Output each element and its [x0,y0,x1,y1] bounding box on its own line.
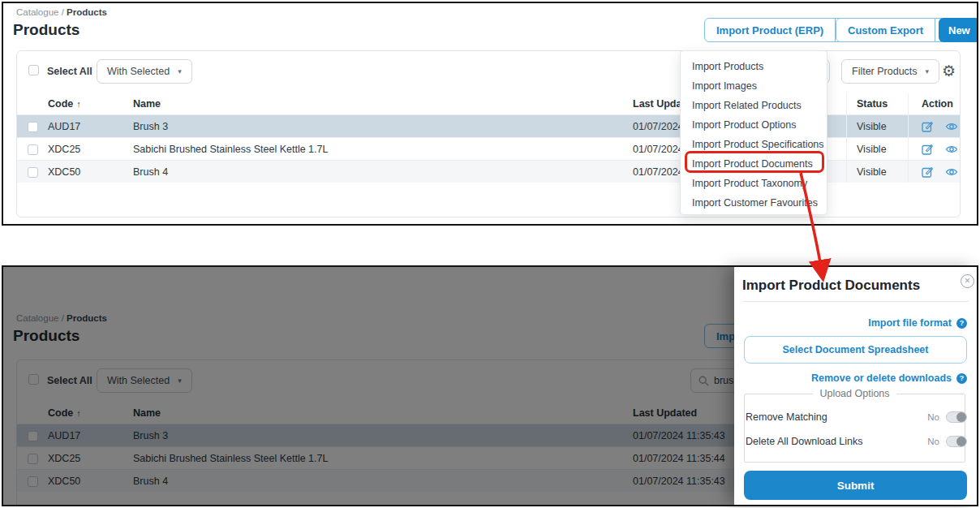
row-checkbox[interactable] [28,167,38,178]
cell-code: XDC25 [48,144,133,155]
remove-matching-toggle[interactable] [946,411,967,423]
upload-options-legend: Upload Options [813,388,896,399]
cell-code: AUD17 [48,121,133,132]
toggle-knob [956,437,966,446]
select-all-label: Select All [47,66,92,77]
toggle-knob [956,412,966,422]
cell-status: Visible [846,161,908,183]
remove-matching-value: No [927,412,939,422]
divider [742,301,969,302]
edit-icon[interactable] [922,120,934,132]
remove-matching-label: Remove Matching [746,411,927,423]
cell-name: Brush 4 [133,166,633,178]
delete-all-download-links-toggle[interactable] [946,436,967,447]
menu-item-import-products[interactable]: Import Products [681,57,827,76]
cell-code: XDC50 [48,166,133,178]
filter-products-label: Filter Products [852,66,918,77]
menu-item-import-customer-favourites[interactable]: Import Customer Favourites [681,193,827,213]
cell-name: Sabichi Brushed Stainless Steel Kettle 1… [133,144,633,155]
import-product-erp-button[interactable]: Import Product (ERP) ▾ [704,18,855,42]
submit-button[interactable]: Submit [744,471,967,500]
delete-all-download-links-value: No [927,437,939,446]
cell-status: Visible [846,138,908,160]
cell-action [908,161,960,183]
menu-item-import-images[interactable]: Import Images [681,76,827,96]
gear-icon[interactable]: ⚙ [942,63,956,79]
select-all-checkbox[interactable] [28,65,39,75]
with-selected-dropdown[interactable]: With Selected ▾ [97,59,192,84]
upload-options-group: Upload Options [744,388,965,463]
custom-export-label[interactable]: Custom Export [836,19,935,41]
remove-or-delete-downloads-link[interactable]: Remove or delete downloads [811,372,952,384]
menu-item-import-product-documents[interactable]: Import Product Documents [681,154,827,174]
breadcrumb: Catalogue / Products [16,7,107,17]
view-icon[interactable] [945,144,958,154]
header-action: Action [908,93,960,114]
with-selected-caret-icon: ▾ [178,67,182,75]
menu-item-import-product-taxonomy[interactable]: Import Product Taxonomy [681,174,827,193]
menu-item-import-product-specifications[interactable]: Import Product Specifications [681,135,827,154]
import-product-documents-modal: Import Product Documents × Import file f… [734,267,977,505]
view-icon[interactable] [945,167,958,177]
filter-products-caret-icon: ▾ [926,67,930,75]
edit-icon[interactable] [922,166,934,178]
select-document-spreadsheet-button[interactable]: Select Document Spreadsheet [744,336,967,364]
breadcrumb-current: Products [67,7,107,17]
header-code[interactable]: Code↑ [48,98,133,110]
products-page-top: Catalogue / Products Products Import Pro… [2,2,978,226]
view-icon[interactable] [945,122,958,131]
close-icon[interactable]: × [961,274,974,288]
sort-asc-icon: ↑ [76,99,81,109]
edit-icon[interactable] [922,143,934,155]
custom-export-button[interactable]: Custom Export ▾ [836,18,955,42]
cell-name: Brush 3 [133,121,633,132]
row-checkbox[interactable] [28,122,38,132]
modal-title: Import Product Documents [742,278,920,294]
menu-item-import-related-products[interactable]: Import Related Products [681,96,827,115]
with-selected-label: With Selected [107,66,170,77]
import-dropdown-menu: Import Products Import Images Import Rel… [680,50,827,215]
help-icon[interactable]: ? [956,373,967,384]
menu-item-import-product-options[interactable]: Import Product Options [681,115,827,135]
cell-status: Visible [846,115,908,137]
header-name[interactable]: Name [133,98,633,110]
new-button[interactable]: New [939,18,978,42]
cell-action [908,138,960,160]
header-status: Status [846,93,908,114]
delete-all-download-links-label: Delete All Download Links [746,436,927,447]
filter-products-dropdown[interactable]: Filter Products ▾ [841,59,939,84]
import-product-erp-label[interactable]: Import Product (ERP) [705,19,835,41]
row-checkbox[interactable] [28,144,38,155]
page-title: Products [13,21,80,39]
import-file-format-link[interactable]: Import file format [868,317,952,329]
breadcrumb-separator: / [62,7,64,17]
cell-action [908,115,960,137]
help-icon[interactable]: ? [956,318,967,329]
breadcrumb-section[interactable]: Catalogue [16,7,58,17]
